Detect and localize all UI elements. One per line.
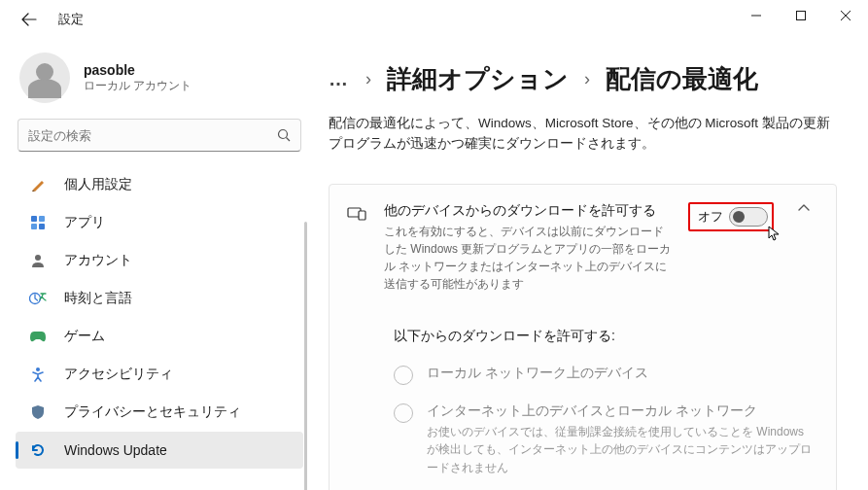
- account-icon: [29, 252, 47, 269]
- sidebar-item-privacy[interactable]: プライバシーとセキュリティ: [16, 394, 303, 431]
- sidebar-item-label: 時刻と言語: [64, 290, 132, 307]
- highlighted-toggle: オフ: [688, 202, 774, 231]
- cursor-icon: [768, 226, 781, 243]
- sidebar-item-label: アクセシビリティ: [64, 366, 173, 383]
- search-input[interactable]: [28, 128, 277, 143]
- profile-sub: ローカル アカウント: [84, 78, 191, 94]
- sidebar-item-label: ゲーム: [64, 328, 105, 345]
- apps-icon: [29, 214, 47, 231]
- sidebar-item-apps[interactable]: アプリ: [16, 204, 303, 241]
- download-devices-icon: [347, 202, 368, 221]
- gaming-icon: [29, 328, 47, 345]
- radio-sub: お使いのデバイスでは、従量制課金接続を使用していることを Windows が検出…: [427, 423, 818, 477]
- search-icon: [277, 128, 291, 142]
- sidebar-item-label: プライバシーとセキュリティ: [64, 403, 241, 421]
- breadcrumb-current: 配信の最適化: [606, 62, 758, 96]
- svg-rect-10: [359, 211, 365, 220]
- profile-block[interactable]: pasoble ローカル アカウント: [12, 47, 307, 119]
- avatar: [19, 52, 70, 103]
- allow-downloads-toggle[interactable]: [729, 207, 768, 227]
- sidebar-item-gaming[interactable]: ゲーム: [16, 318, 303, 355]
- sidebar-item-personalization[interactable]: 個人用設定: [16, 166, 303, 203]
- svg-rect-5: [39, 224, 45, 229]
- radio-label: インターネット上のデバイスとローカル ネットワーク: [427, 402, 818, 420]
- brush-icon: [29, 176, 47, 193]
- svg-rect-0: [797, 12, 806, 20]
- setting-title: 他のデバイスからのダウンロードを許可する: [384, 202, 673, 220]
- sidebar-item-accounts[interactable]: アカウント: [16, 242, 303, 279]
- setting-description: これを有効にすると、デバイスは以前にダウンロードした Windows 更新プログ…: [384, 223, 673, 293]
- sidebar-item-label: 個人用設定: [64, 176, 132, 193]
- back-button[interactable]: [17, 8, 41, 31]
- breadcrumb-mid[interactable]: 詳細オプション: [387, 62, 569, 96]
- section-title: 以下からのダウンロードを許可する:: [394, 328, 818, 345]
- profile-name: pasoble: [84, 62, 191, 78]
- chevron-right-icon: ›: [365, 69, 371, 89]
- toggle-state-label: オフ: [698, 208, 723, 226]
- svg-point-6: [35, 255, 41, 261]
- sidebar-item-label: Windows Update: [64, 442, 167, 458]
- sidebar-item-label: アプリ: [64, 214, 105, 231]
- radio-option-internet[interactable]: インターネット上のデバイスとローカル ネットワーク お使いのデバイスでは、従量制…: [394, 402, 818, 477]
- sidebar-item-label: アカウント: [64, 252, 132, 269]
- radio-button[interactable]: [394, 403, 413, 423]
- time-language-icon: [29, 290, 47, 307]
- sidebar-item-accessibility[interactable]: アクセシビリティ: [16, 356, 303, 393]
- app-title: 設定: [58, 11, 84, 28]
- breadcrumb-overflow[interactable]: …: [329, 68, 350, 90]
- close-button[interactable]: [823, 0, 868, 31]
- svg-point-8: [36, 368, 40, 371]
- maximize-button[interactable]: [779, 0, 823, 31]
- sidebar-item-time-language[interactable]: 時刻と言語: [16, 280, 303, 317]
- minimize-button[interactable]: [734, 0, 779, 31]
- radio-label: ローカル ネットワーク上のデバイス: [427, 365, 818, 382]
- page-description: 配信の最適化によって、Windows、Microsoft Store、その他の …: [329, 114, 837, 155]
- scrollbar-thumb[interactable]: [304, 222, 307, 490]
- svg-rect-2: [31, 216, 37, 222]
- radio-button[interactable]: [394, 366, 413, 385]
- sidebar-item-windows-update[interactable]: Windows Update: [16, 432, 303, 469]
- expand-chevron[interactable]: [789, 202, 818, 212]
- accessibility-icon: [29, 366, 47, 383]
- radio-option-local[interactable]: ローカル ネットワーク上のデバイス: [394, 365, 818, 385]
- search-box[interactable]: [17, 119, 301, 152]
- breadcrumb: … › 詳細オプション › 配信の最適化: [329, 62, 837, 96]
- update-icon: [29, 441, 47, 459]
- chevron-right-icon: ›: [584, 69, 590, 89]
- svg-rect-3: [39, 216, 45, 222]
- svg-point-1: [279, 130, 288, 139]
- setting-card: 他のデバイスからのダウンロードを許可する これを有効にすると、デバイスは以前にダ…: [329, 184, 837, 490]
- svg-rect-4: [31, 224, 37, 229]
- privacy-icon: [29, 403, 47, 421]
